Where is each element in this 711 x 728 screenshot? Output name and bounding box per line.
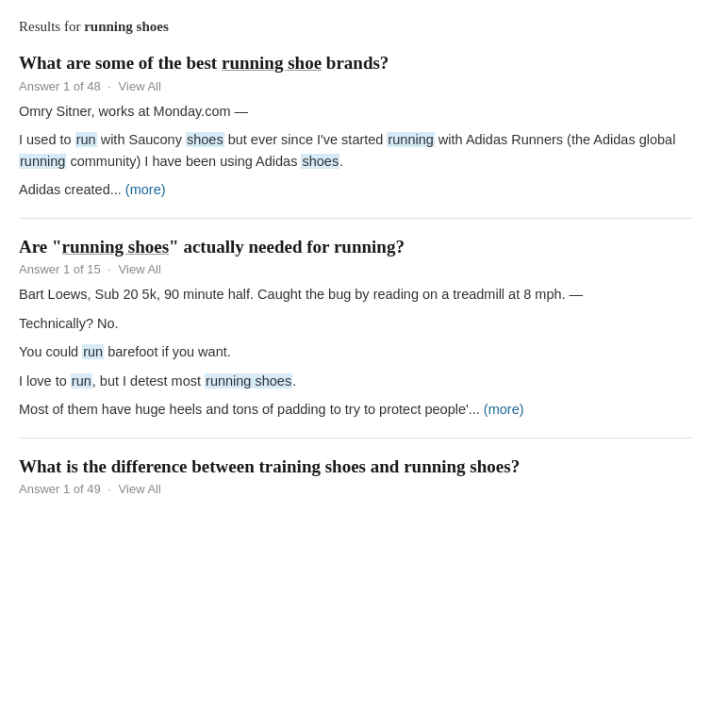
result-title[interactable]: Are "running shoes" actually needed for … xyxy=(19,236,692,259)
separator: · xyxy=(107,262,114,276)
keyword-highlight: running xyxy=(19,154,66,169)
search-query: running shoes xyxy=(84,19,169,34)
result-title[interactable]: What are some of the best running shoe b… xyxy=(19,52,692,75)
results-list: What are some of the best running shoe b… xyxy=(19,35,692,521)
answer-count: Answer 1 of 49 xyxy=(19,482,101,496)
answer-count: Answer 1 of 15 xyxy=(19,262,101,276)
result-meta: Answer 1 of 15 · View All xyxy=(19,262,692,276)
result-item: What are some of the best running shoe b… xyxy=(19,35,692,219)
view-all-link[interactable]: View All xyxy=(119,482,161,496)
result-meta: Answer 1 of 49 · View All xyxy=(19,482,692,496)
snippet-more: Adidas created... (more) xyxy=(19,179,692,200)
snippet-paragraph: I love to run, but I detest most running… xyxy=(19,371,692,391)
snippet-paragraph: Technically? No. xyxy=(19,313,692,334)
results-header: Results for running shoes xyxy=(19,19,692,35)
snippet-more: Most of them have huge heels and tons of… xyxy=(19,399,692,420)
view-all-link[interactable]: View All xyxy=(119,262,161,276)
author-line: Omry Sitner, works at Monday.com — xyxy=(19,101,692,122)
keyword-highlight: run xyxy=(75,132,97,147)
result-snippet: Omry Sitner, works at Monday.com — I use… xyxy=(19,101,692,201)
more-link[interactable]: (more) xyxy=(125,182,166,197)
keyword-highlight: run xyxy=(82,344,104,359)
snippet-paragraph: I used to run with Saucony shoes but eve… xyxy=(19,129,692,172)
snippet-paragraph: You could run barefoot if you want. xyxy=(19,341,692,362)
result-title[interactable]: What is the difference between training … xyxy=(19,455,692,479)
keyword-highlight: running shoes xyxy=(205,373,292,389)
title-highlight: running shoe xyxy=(222,53,322,73)
result-meta: Answer 1 of 48 · View All xyxy=(19,79,692,93)
result-item: Are "running shoes" actually needed for … xyxy=(19,219,692,438)
title-highlight: running shoes xyxy=(62,237,170,256)
view-all-link[interactable]: View All xyxy=(119,79,161,93)
keyword-highlight: run xyxy=(71,373,92,389)
separator: · xyxy=(107,79,114,93)
separator: · xyxy=(107,482,114,496)
more-link[interactable]: (more) xyxy=(484,402,524,417)
answer-count: Answer 1 of 48 xyxy=(19,79,101,93)
result-snippet: Bart Loews, Sub 20 5k, 90 minute half. C… xyxy=(19,284,692,420)
result-item: What is the difference between training … xyxy=(19,438,692,521)
results-prefix: Results for xyxy=(19,19,84,34)
keyword-highlight: shoes xyxy=(301,154,339,169)
author-line: Bart Loews, Sub 20 5k, 90 minute half. C… xyxy=(19,284,692,305)
keyword-highlight: running xyxy=(387,132,434,147)
keyword-highlight: shoes xyxy=(186,132,224,147)
